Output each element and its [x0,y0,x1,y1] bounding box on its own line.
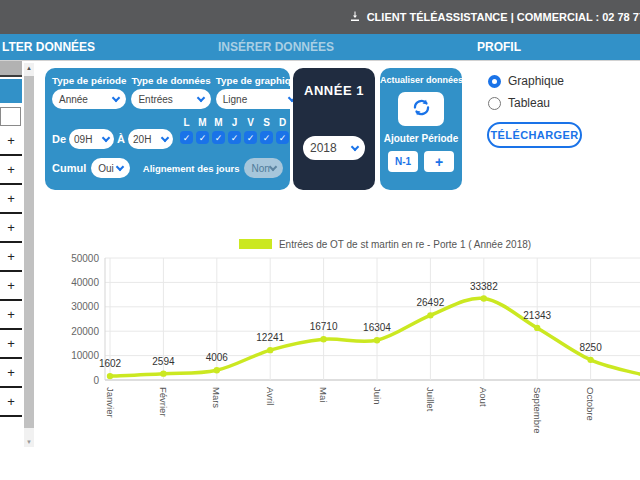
svg-text:50000: 50000 [71,253,99,264]
svg-text:0: 0 [93,375,99,386]
to-label: À [117,133,125,145]
account-label: CLIENT TÉLÉASSISTANCE | COMMERCIAL : 02 … [367,11,640,23]
filter-panel: Type de période Année Type de données En… [45,68,290,190]
chevron-down-icon [269,162,277,170]
data-type-select[interactable]: Entrées [131,89,210,109]
view-option-graphique[interactable]: Graphique [488,74,564,88]
day-checkbox[interactable]: ✓ [180,131,193,144]
chevron-down-icon [112,93,120,101]
day-checkbox[interactable]: ✓ [212,131,225,144]
to-hour-select[interactable]: 20H [128,129,173,149]
period-type-select[interactable]: Année [52,89,126,109]
radio-selected-icon[interactable] [488,75,501,88]
chevron-down-icon [196,93,204,101]
refresh-panel: Actualiser données Ajouter Période N-1 + [380,68,462,190]
weekday-checkbox-group: L✓M✓M✓J✓V✓S✓D✓ [180,117,289,144]
svg-text:Septembre: Septembre [532,387,543,433]
view-option-tableau[interactable]: Tableau [488,96,564,110]
sidebar-expand-button[interactable]: + [0,127,22,156]
refresh-icon [411,97,432,122]
alignment-label: Alignement des jours [143,163,240,174]
cumul-select[interactable]: Oui [91,158,130,178]
period-type-label: Type de période [52,75,126,86]
scroll-down-arrow-icon[interactable]: ▼ [24,437,34,447]
add-period-button[interactable]: + [424,151,454,172]
chevron-down-icon [116,162,124,170]
from-label: De [52,133,66,145]
refresh-button[interactable] [398,92,444,126]
svg-text:Mai: Mai [318,387,329,402]
chart-area: Entrées de OT de st martin en re - Porte… [40,236,640,480]
download-button[interactable]: TÉLÉCHARGER [487,122,582,148]
sidebar-expand-button[interactable]: + [0,214,22,243]
svg-text:16304: 16304 [363,322,391,333]
weekday-letter: V [247,117,254,128]
svg-text:Avril: Avril [265,387,276,405]
tab-profil[interactable]: PROFIL [477,34,521,61]
sidebar-selected-cell[interactable] [0,79,22,103]
sidebar-expand-button[interactable]: + [0,156,22,185]
sidebar-expand-button[interactable]: + [0,330,22,359]
legend-swatch [239,239,272,249]
svg-text:33382: 33382 [470,281,498,292]
svg-text:12241: 12241 [256,332,284,343]
sidebar-expand-button[interactable]: + [0,243,22,272]
svg-text:26492: 26492 [416,297,444,308]
svg-text:10000: 10000 [71,350,99,361]
svg-text:Juillet: Juillet [425,387,436,412]
svg-text:Mars: Mars [211,387,222,408]
tab-inserer-donnees[interactable]: INSÉRER DONNÉES [218,34,334,61]
svg-text:30000: 30000 [71,301,99,312]
day-checkbox[interactable]: ✓ [276,131,289,144]
svg-text:Aout: Aout [478,387,489,407]
weekday-column: M✓ [196,117,209,144]
weekday-column: S✓ [260,117,273,144]
svg-text:40000: 40000 [71,277,99,288]
sidebar-input[interactable] [0,107,21,126]
weekday-column: L✓ [180,117,193,144]
weekday-letter: M [214,117,222,128]
view-mode-controls: Graphique Tableau [488,74,564,118]
cumul-label: Cumul [52,162,86,174]
sidebar-expand-button[interactable]: + [0,301,22,330]
sidebar-expand-list: ++++++++++ [0,127,22,417]
year-panel: ANNÉE 1 2018 [293,68,375,190]
sidebar-expand-button[interactable]: + [0,272,22,301]
weekday-column: V✓ [244,117,257,144]
sidebar-header-cell [0,61,22,77]
chart-legend[interactable]: Entrées de OT de st martin en re - Porte… [40,236,640,252]
weekday-letter: L [183,117,189,128]
vertical-scrollbar[interactable]: ▲ ▼ [24,63,34,447]
scrollbar-thumb[interactable] [24,76,34,428]
data-type-label: Type de données [131,75,210,86]
day-checkbox[interactable]: ✓ [244,131,257,144]
year-select[interactable]: 2018 [303,136,365,160]
nav-bar: LTER DONNÉES INSÉRER DONNÉES PROFIL [0,34,640,61]
n-minus-1-button[interactable]: N-1 [388,151,418,172]
add-period-label: Ajouter Période [380,133,462,144]
svg-text:Octobre: Octobre [585,387,596,421]
account-info[interactable]: CLIENT TÉLÉASSISTANCE | COMMERCIAL : 02 … [349,0,640,34]
svg-text:2594: 2594 [152,356,175,367]
svg-text:Février: Février [158,387,169,417]
sidebar-expand-button[interactable]: + [0,359,22,388]
day-checkbox[interactable]: ✓ [196,131,209,144]
alignment-select: Non [244,158,283,178]
from-hour-select[interactable]: 09H [69,129,114,149]
scroll-up-arrow-icon[interactable]: ▲ [24,63,34,73]
sidebar-expand-button[interactable]: + [0,388,22,417]
chevron-down-icon [161,133,169,141]
svg-text:4006: 4006 [206,352,229,363]
weekday-column: J✓ [228,117,241,144]
sidebar-expand-button[interactable]: + [0,185,22,214]
graph-type-select[interactable]: Ligne [216,89,302,109]
day-checkbox[interactable]: ✓ [260,131,273,144]
top-bar: CLIENT TÉLÉASSISTANCE | COMMERCIAL : 02 … [0,0,640,34]
tab-consulter-donnees[interactable]: LTER DONNÉES [2,34,95,61]
weekday-column: D✓ [276,117,289,144]
radio-unselected-icon[interactable] [488,97,501,110]
download-icon [349,10,361,24]
chevron-down-icon [102,133,110,141]
day-checkbox[interactable]: ✓ [228,131,241,144]
weekday-letter: S [263,117,270,128]
